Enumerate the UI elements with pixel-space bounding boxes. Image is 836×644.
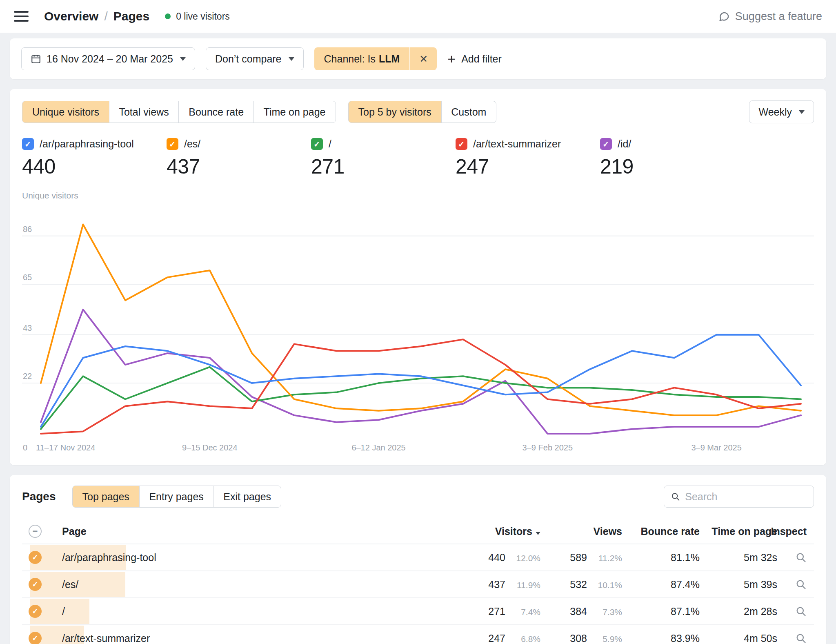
inspect-icon[interactable] — [795, 579, 807, 590]
series-checkbox[interactable]: ✓ — [311, 138, 323, 150]
series-label[interactable]: /ar/paraphrasing-tool — [40, 138, 134, 150]
add-filter-button[interactable]: + Add filter — [447, 52, 502, 66]
col-header-bounce-rate[interactable]: Bounce rate — [622, 526, 700, 537]
series-total: 247 — [456, 155, 600, 178]
interval-label: Weekly — [758, 106, 792, 118]
remove-filter-button[interactable]: ✕ — [409, 47, 437, 70]
row-checkbox[interactable]: ✓ — [29, 551, 42, 564]
top-bar: Overview / Pages 0 live visitors Suggest… — [0, 0, 836, 33]
pages-title: Pages — [22, 490, 56, 503]
table-row-ar-text-summarizer[interactable]: ✓/ar/text-summarizer2476.8%3085.9%83.9%4… — [22, 624, 814, 644]
series-label[interactable]: /id/ — [618, 138, 631, 150]
date-range-button[interactable]: 16 Nov 2024 – 20 Mar 2025 — [21, 47, 195, 70]
page-link[interactable]: /ar/text-summarizer — [62, 633, 150, 644]
tab-entry-pages[interactable]: Entry pages — [139, 486, 213, 508]
suggest-feature-button[interactable]: Suggest a feature — [718, 10, 822, 23]
inspect-cell[interactable] — [777, 552, 814, 563]
time-on-page-cell: 2m 28s — [700, 606, 777, 617]
visitors-cell: 44012.0% — [438, 552, 540, 564]
inspect-cell[interactable] — [777, 579, 814, 590]
chart-toolbar: Unique visitorsTotal viewsBounce rateTim… — [22, 100, 814, 123]
legend-item-ar-text-summarizer: ✓/ar/text-summarizer247 — [456, 138, 600, 178]
inspect-cell[interactable] — [777, 606, 814, 617]
pages-table: −PageVisitorsViewsBounce rateTime on pag… — [22, 519, 814, 644]
tab-top-5-by-visitors[interactable]: Top 5 by visitors — [348, 101, 442, 123]
compare-label: Don’t compare — [215, 53, 282, 65]
series-label[interactable]: /ar/text-summarizer — [473, 138, 561, 150]
filter-bar: 16 Nov 2024 – 20 Mar 2025 Don’t compare … — [10, 38, 826, 79]
deselect-all-icon[interactable]: − — [29, 525, 42, 538]
inspect-icon[interactable] — [795, 633, 807, 644]
col-header-time-on-page[interactable]: Time on page — [700, 526, 777, 537]
search-icon — [671, 491, 680, 502]
series-total: 219 — [600, 155, 745, 178]
table-row-ar-paraphrasing-tool[interactable]: ✓/ar/paraphrasing-tool44012.0%58911.2%81… — [22, 544, 814, 570]
series-label[interactable]: / — [329, 138, 331, 150]
live-visitors: 0 live visitors — [165, 11, 230, 22]
views-cell: 3847.3% — [540, 606, 622, 617]
row-checkbox[interactable]: ✓ — [29, 605, 42, 618]
time-on-page-cell: 5m 39s — [700, 579, 777, 591]
page-link[interactable]: / — [62, 606, 65, 617]
page-link[interactable]: /es/ — [62, 579, 78, 590]
series-checkbox[interactable]: ✓ — [600, 138, 612, 150]
pages-card: Pages Top pagesEntry pagesExit pages −Pa… — [10, 475, 826, 644]
series-checkbox[interactable]: ✓ — [456, 138, 467, 150]
col-header-visitors[interactable]: Visitors — [438, 526, 540, 537]
col-header-page[interactable]: Page — [51, 526, 438, 537]
series-total: 271 — [311, 155, 456, 178]
y-tick-label: 43 — [23, 323, 32, 332]
channel-filter-chip[interactable]: Channel: Is LLM ✕ — [314, 47, 437, 70]
col-header-inspect: Inspect — [777, 526, 814, 537]
tab-top-pages[interactable]: Top pages — [72, 486, 140, 508]
add-filter-label: Add filter — [461, 53, 502, 65]
chart-card: Unique visitorsTotal viewsBounce rateTim… — [10, 89, 826, 465]
series-line-ar-text-summarizer — [41, 339, 801, 434]
breadcrumb-overview[interactable]: Overview — [44, 9, 98, 23]
tab-total-views[interactable]: Total views — [109, 101, 179, 123]
series-line-ar-paraphrasing-tool — [41, 335, 801, 427]
suggest-feature-label: Suggest a feature — [735, 10, 822, 23]
search-box — [664, 486, 814, 508]
series-checkbox[interactable]: ✓ — [22, 138, 34, 150]
row-checkbox[interactable]: ✓ — [29, 578, 42, 591]
chat-bubble-icon — [718, 10, 730, 22]
page-link[interactable]: /ar/paraphrasing-tool — [62, 552, 156, 563]
inspect-icon[interactable] — [795, 606, 807, 617]
table-row-es[interactable]: ✓/es/43711.9%53210.1%87.4%5m 39s — [22, 570, 814, 597]
row-checkbox[interactable]: ✓ — [29, 632, 42, 644]
channel-filter-prefix: Channel: Is — [324, 53, 376, 65]
menu-icon[interactable] — [14, 11, 29, 22]
time-on-page-cell: 5m 32s — [700, 552, 777, 564]
sort-descending-icon — [536, 532, 540, 535]
search-input[interactable] — [685, 491, 807, 503]
tab-unique-visitors[interactable]: Unique visitors — [22, 101, 109, 123]
series-line-es — [41, 225, 801, 415]
plus-icon: + — [447, 52, 456, 66]
close-icon: ✕ — [419, 53, 428, 65]
compare-select[interactable]: Don’t compare — [206, 47, 304, 70]
breadcrumb-pages[interactable]: Pages — [113, 9, 149, 23]
series-total: 440 — [22, 155, 167, 178]
pages-header: Pages Top pagesEntry pagesExit pages — [22, 486, 814, 508]
tab-bounce-rate[interactable]: Bounce rate — [178, 101, 254, 123]
table-row-root[interactable]: ✓/2717.4%3847.3%87.1%2m 28s — [22, 597, 814, 624]
inspect-icon[interactable] — [795, 552, 807, 563]
col-header-views[interactable]: Views — [540, 526, 622, 537]
series-checkbox[interactable]: ✓ — [167, 138, 178, 150]
channel-filter-label: Channel: Is LLM — [314, 47, 410, 70]
tab-custom[interactable]: Custom — [441, 101, 496, 123]
series-total: 437 — [167, 155, 311, 178]
x-tick-label: 3–9 Mar 2025 — [691, 443, 741, 452]
tab-exit-pages[interactable]: Exit pages — [213, 486, 281, 508]
time-on-page-cell: 4m 50s — [700, 633, 777, 644]
channel-filter-value: LLM — [379, 53, 400, 65]
interval-select[interactable]: Weekly — [749, 100, 814, 123]
tab-time-on-page[interactable]: Time on page — [253, 101, 336, 123]
x-tick-label: 6–12 Jan 2025 — [351, 443, 405, 452]
series-label[interactable]: /es/ — [184, 138, 200, 150]
chevron-down-icon — [799, 110, 805, 114]
y-tick-label: 22 — [23, 372, 32, 381]
inspect-cell[interactable] — [777, 633, 814, 644]
live-visitors-label: 0 live visitors — [176, 11, 230, 22]
